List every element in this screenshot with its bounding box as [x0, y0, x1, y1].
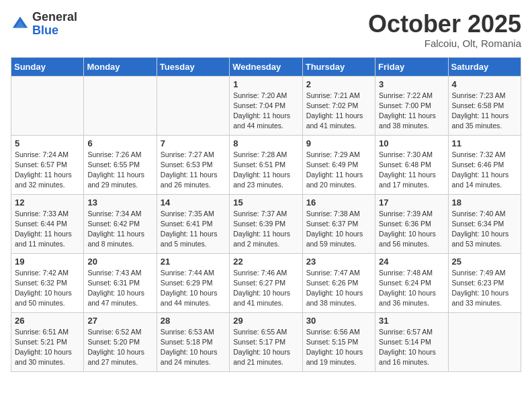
calendar-week-row: 26Sunrise: 6:51 AMSunset: 5:21 PMDayligh…: [11, 312, 521, 371]
calendar-cell: 26Sunrise: 6:51 AMSunset: 5:21 PMDayligh…: [11, 312, 84, 371]
day-number: 30: [306, 316, 371, 326]
day-info: Sunrise: 7:22 AMSunset: 7:00 PMDaylight:…: [379, 91, 444, 132]
day-number: 20: [87, 257, 152, 267]
day-number: 5: [15, 138, 80, 148]
day-info: Sunrise: 7:21 AMSunset: 7:02 PMDaylight:…: [306, 91, 371, 132]
day-info: Sunrise: 7:24 AMSunset: 6:57 PMDaylight:…: [15, 150, 80, 191]
day-number: 14: [161, 197, 226, 208]
location: Falcoiu, Olt, Romania: [368, 38, 521, 49]
day-number: 2: [306, 79, 371, 89]
calendar-cell: 15Sunrise: 7:37 AMSunset: 6:39 PMDayligh…: [230, 194, 302, 253]
column-header-sunday: Sunday: [11, 57, 84, 76]
day-number: 28: [161, 316, 226, 326]
calendar-cell: 5Sunrise: 7:24 AMSunset: 6:57 PMDaylight…: [11, 135, 84, 194]
day-number: 19: [15, 257, 80, 267]
day-number: 10: [379, 138, 444, 148]
calendar-cell: 25Sunrise: 7:49 AMSunset: 6:23 PMDayligh…: [448, 253, 521, 312]
day-number: 4: [452, 79, 517, 89]
day-info: Sunrise: 7:40 AMSunset: 6:34 PMDaylight:…: [452, 209, 517, 250]
day-info: Sunrise: 6:51 AMSunset: 5:21 PMDaylight:…: [15, 327, 80, 368]
logo-general-text: General: [32, 11, 77, 24]
day-info: Sunrise: 7:39 AMSunset: 6:36 PMDaylight:…: [379, 209, 444, 250]
day-info: Sunrise: 6:52 AMSunset: 5:20 PMDaylight:…: [87, 327, 152, 368]
day-number: 7: [161, 138, 226, 148]
title-block: October 2025 Falcoiu, Olt, Romania: [368, 11, 521, 49]
day-info: Sunrise: 7:26 AMSunset: 6:55 PMDaylight:…: [87, 150, 152, 191]
calendar-cell: 24Sunrise: 7:48 AMSunset: 6:24 PMDayligh…: [375, 253, 448, 312]
day-info: Sunrise: 7:30 AMSunset: 6:48 PMDaylight:…: [379, 150, 444, 191]
calendar-cell: 21Sunrise: 7:44 AMSunset: 6:29 PMDayligh…: [157, 253, 229, 312]
day-number: 16: [306, 197, 371, 208]
calendar-cell: 28Sunrise: 6:53 AMSunset: 5:18 PMDayligh…: [157, 312, 229, 371]
day-number: 3: [379, 79, 444, 89]
day-info: Sunrise: 7:47 AMSunset: 6:26 PMDaylight:…: [306, 268, 371, 309]
day-info: Sunrise: 6:55 AMSunset: 5:17 PMDaylight:…: [233, 327, 298, 368]
calendar-cell: 4Sunrise: 7:23 AMSunset: 6:58 PMDaylight…: [448, 76, 521, 135]
day-info: Sunrise: 7:23 AMSunset: 6:58 PMDaylight:…: [452, 91, 517, 132]
day-info: Sunrise: 7:29 AMSunset: 6:49 PMDaylight:…: [306, 150, 371, 191]
day-number: 29: [233, 316, 298, 326]
day-number: 21: [161, 257, 226, 267]
day-info: Sunrise: 7:35 AMSunset: 6:41 PMDaylight:…: [161, 209, 226, 250]
day-info: Sunrise: 7:38 AMSunset: 6:37 PMDaylight:…: [306, 209, 371, 250]
day-number: 15: [233, 197, 298, 208]
calendar-cell: 13Sunrise: 7:34 AMSunset: 6:42 PMDayligh…: [84, 194, 157, 253]
day-info: Sunrise: 7:49 AMSunset: 6:23 PMDaylight:…: [452, 268, 517, 309]
day-number: 23: [306, 257, 371, 267]
calendar-cell: 9Sunrise: 7:29 AMSunset: 6:49 PMDaylight…: [302, 135, 375, 194]
calendar-header-row: SundayMondayTuesdayWednesdayThursdayFrid…: [11, 57, 521, 76]
calendar-cell: 16Sunrise: 7:38 AMSunset: 6:37 PMDayligh…: [302, 194, 375, 253]
day-number: 25: [452, 257, 517, 267]
column-header-monday: Monday: [84, 57, 157, 76]
day-info: Sunrise: 7:34 AMSunset: 6:42 PMDaylight:…: [87, 209, 152, 250]
day-info: Sunrise: 7:32 AMSunset: 6:46 PMDaylight:…: [452, 150, 517, 191]
calendar-cell: 17Sunrise: 7:39 AMSunset: 6:36 PMDayligh…: [375, 194, 448, 253]
day-info: Sunrise: 7:46 AMSunset: 6:27 PMDaylight:…: [233, 268, 298, 309]
day-info: Sunrise: 6:53 AMSunset: 5:18 PMDaylight:…: [161, 327, 226, 368]
day-number: 12: [15, 197, 80, 208]
day-number: 24: [379, 257, 444, 267]
logo-text: General Blue: [32, 11, 77, 38]
calendar-cell: 20Sunrise: 7:43 AMSunset: 6:31 PMDayligh…: [84, 253, 157, 312]
day-info: Sunrise: 7:28 AMSunset: 6:51 PMDaylight:…: [233, 150, 298, 191]
day-number: 9: [306, 138, 371, 148]
day-info: Sunrise: 7:44 AMSunset: 6:29 PMDaylight:…: [161, 268, 226, 309]
calendar-cell: 18Sunrise: 7:40 AMSunset: 6:34 PMDayligh…: [448, 194, 521, 253]
calendar-cell: 23Sunrise: 7:47 AMSunset: 6:26 PMDayligh…: [302, 253, 375, 312]
day-number: 8: [233, 138, 298, 148]
calendar-week-row: 19Sunrise: 7:42 AMSunset: 6:32 PMDayligh…: [11, 253, 521, 312]
day-number: 13: [87, 197, 152, 208]
day-number: 18: [452, 197, 517, 208]
day-number: 6: [87, 138, 152, 148]
calendar-cell: 12Sunrise: 7:33 AMSunset: 6:44 PMDayligh…: [11, 194, 84, 253]
calendar-cell: 11Sunrise: 7:32 AMSunset: 6:46 PMDayligh…: [448, 135, 521, 194]
calendar-cell: 31Sunrise: 6:57 AMSunset: 5:14 PMDayligh…: [375, 312, 448, 371]
calendar-cell: 8Sunrise: 7:28 AMSunset: 6:51 PMDaylight…: [230, 135, 302, 194]
calendar-cell: 29Sunrise: 6:55 AMSunset: 5:17 PMDayligh…: [230, 312, 302, 371]
column-header-tuesday: Tuesday: [157, 57, 229, 76]
day-info: Sunrise: 7:37 AMSunset: 6:39 PMDaylight:…: [233, 209, 298, 250]
day-info: Sunrise: 7:33 AMSunset: 6:44 PMDaylight:…: [15, 209, 80, 250]
calendar-cell: 27Sunrise: 6:52 AMSunset: 5:20 PMDayligh…: [84, 312, 157, 371]
calendar-cell: 22Sunrise: 7:46 AMSunset: 6:27 PMDayligh…: [230, 253, 302, 312]
calendar-cell: 19Sunrise: 7:42 AMSunset: 6:32 PMDayligh…: [11, 253, 84, 312]
day-info: Sunrise: 7:43 AMSunset: 6:31 PMDaylight:…: [87, 268, 152, 309]
calendar-cell: 2Sunrise: 7:21 AMSunset: 7:02 PMDaylight…: [302, 76, 375, 135]
logo: General Blue: [11, 11, 77, 38]
calendar-cell: 1Sunrise: 7:20 AMSunset: 7:04 PMDaylight…: [230, 76, 302, 135]
calendar-week-row: 12Sunrise: 7:33 AMSunset: 6:44 PMDayligh…: [11, 194, 521, 253]
calendar-cell: 14Sunrise: 7:35 AMSunset: 6:41 PMDayligh…: [157, 194, 229, 253]
day-number: 1: [233, 79, 298, 89]
calendar-cell: 3Sunrise: 7:22 AMSunset: 7:00 PMDaylight…: [375, 76, 448, 135]
day-info: Sunrise: 7:48 AMSunset: 6:24 PMDaylight:…: [379, 268, 444, 309]
logo-blue-text: Blue: [32, 24, 77, 38]
day-number: 27: [87, 316, 152, 326]
logo-icon: [11, 15, 30, 34]
day-info: Sunrise: 6:57 AMSunset: 5:14 PMDaylight:…: [379, 327, 444, 368]
day-info: Sunrise: 7:42 AMSunset: 6:32 PMDaylight:…: [15, 268, 80, 309]
day-number: 22: [233, 257, 298, 267]
day-number: 31: [379, 316, 444, 326]
day-number: 26: [15, 316, 80, 326]
page-header: General Blue October 2025 Falcoiu, Olt, …: [11, 11, 521, 49]
day-number: 11: [452, 138, 517, 148]
